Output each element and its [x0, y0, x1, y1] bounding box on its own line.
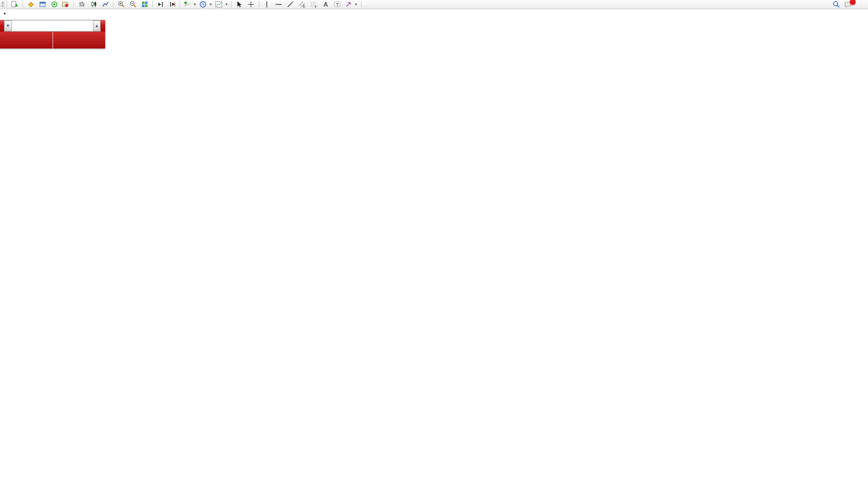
- shapes-tool-button[interactable]: ▼: [344, 1, 359, 9]
- periods-button[interactable]: ▼: [198, 1, 213, 9]
- vertical-line-icon: [263, 1, 271, 8]
- dropdown-caret-icon: ▼: [209, 3, 212, 6]
- zoom-in-button[interactable]: [115, 1, 127, 9]
- one-click-trading-panel: ▼ ▲: [0, 20, 105, 49]
- toolbar-separator: [74, 1, 74, 8]
- buy-button[interactable]: [101, 20, 105, 32]
- volume-increase-button[interactable]: ▲: [93, 20, 101, 31]
- fibonacci-icon: F: [310, 1, 318, 8]
- svg-text:T: T: [336, 2, 339, 7]
- clock-icon: [199, 1, 207, 8]
- cursor-icon: [235, 1, 243, 8]
- volume-decrease-button[interactable]: ▼: [4, 20, 12, 31]
- toolbar-separator: [180, 1, 180, 8]
- candlestick-icon: [90, 1, 98, 8]
- zoom-in-icon: [117, 1, 125, 8]
- text-icon: A: [322, 1, 329, 8]
- navigator-icon: [51, 1, 58, 8]
- arrow-shapes-icon: [345, 1, 352, 8]
- toolbar-separator: [259, 1, 259, 8]
- sell-button[interactable]: [0, 20, 4, 32]
- zoom-out-button[interactable]: [127, 1, 138, 9]
- cursor-tool-button[interactable]: [234, 1, 245, 9]
- tile-windows-button[interactable]: [139, 1, 150, 9]
- notification-badge: [850, 0, 856, 5]
- search-icon: [832, 1, 840, 9]
- text-tool-button[interactable]: A: [320, 1, 331, 9]
- data-window-button[interactable]: [37, 1, 48, 9]
- navigator-button[interactable]: [49, 1, 60, 9]
- equidistant-channel-icon: E: [298, 1, 306, 8]
- autotrading-button[interactable]: [60, 1, 71, 9]
- chart-collapse-icon[interactable]: ▲: [3, 11, 7, 15]
- template-icon: [215, 1, 223, 8]
- price-chart-canvas[interactable]: [0, 0, 868, 480]
- templates-button[interactable]: ▼: [214, 1, 229, 9]
- autotrading-icon: [61, 1, 69, 8]
- toolbar-separator: [7, 1, 7, 8]
- dropdown-caret-icon: ▼: [225, 3, 228, 6]
- search-button[interactable]: [831, 1, 842, 9]
- toolbar-separator: [231, 1, 232, 8]
- auto-scroll-button[interactable]: [155, 1, 166, 9]
- crosshair-tool-button[interactable]: [246, 1, 257, 9]
- text-label-icon: T: [333, 1, 341, 8]
- toolbar-separator: [22, 1, 23, 8]
- toolbar: ▼ ▼ ▼ E F A T ▼: [0, 0, 868, 9]
- indicators-button[interactable]: ▼: [182, 1, 198, 9]
- trendline-icon: [286, 1, 294, 8]
- toolbar-separator: [152, 1, 153, 8]
- toolbar-separator: [113, 1, 113, 8]
- zoom-out-icon: [129, 1, 137, 8]
- horizontal-line-tool-button[interactable]: [273, 1, 284, 9]
- channel-tool-button[interactable]: E: [297, 1, 308, 9]
- bar-chart-mode-button[interactable]: [76, 1, 87, 9]
- data-window-icon: [39, 1, 46, 8]
- indicators-icon: [183, 1, 191, 8]
- dropdown-caret-icon: ▼: [354, 3, 358, 6]
- volume-stepper: ▼ ▲: [4, 20, 101, 32]
- chart-shift-button[interactable]: [166, 1, 178, 9]
- market-watch-icon: [27, 1, 35, 8]
- volume-input[interactable]: [12, 20, 93, 31]
- line-chart-mode-button[interactable]: [100, 1, 111, 9]
- line-chart-icon: [102, 1, 109, 8]
- chart-info-line: ▲: [3, 11, 16, 15]
- clipped-toolbar-icon[interactable]: [1, 1, 5, 9]
- mt4-window: ▼ ▼ ▼ E F A T ▼: [0, 0, 868, 480]
- horizontal-line-icon: [275, 1, 282, 8]
- svg-text:E: E: [303, 5, 306, 8]
- svg-text:F: F: [315, 5, 317, 9]
- new-order-icon: [10, 1, 18, 8]
- new-order-button[interactable]: [9, 1, 20, 9]
- crosshair-icon: [247, 1, 255, 8]
- auto-scroll-icon: [157, 1, 164, 8]
- bar-chart-icon: [78, 1, 86, 8]
- svg-text:A: A: [324, 1, 328, 8]
- trendline-tool-button[interactable]: [285, 1, 296, 9]
- vertical-line-tool-button[interactable]: [261, 1, 273, 9]
- label-tool-button[interactable]: T: [332, 1, 343, 9]
- chart-shift-icon: [168, 1, 176, 8]
- price-divider: [53, 32, 53, 49]
- toolbar-separator: [361, 1, 361, 8]
- dropdown-caret-icon: ▼: [193, 3, 197, 6]
- candle-chart-mode-button[interactable]: [88, 1, 99, 9]
- tile-windows-icon: [141, 1, 149, 8]
- fibonacci-tool-button[interactable]: F: [308, 1, 320, 9]
- notifications-button[interactable]: [842, 1, 854, 9]
- market-watch-button[interactable]: [25, 1, 36, 9]
